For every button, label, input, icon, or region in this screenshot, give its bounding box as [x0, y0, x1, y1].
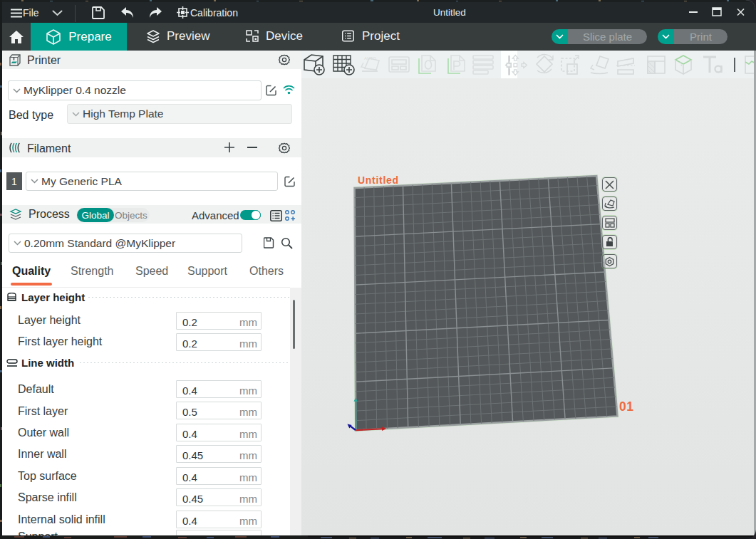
- svg-text:AUTO: AUTO: [364, 56, 376, 61]
